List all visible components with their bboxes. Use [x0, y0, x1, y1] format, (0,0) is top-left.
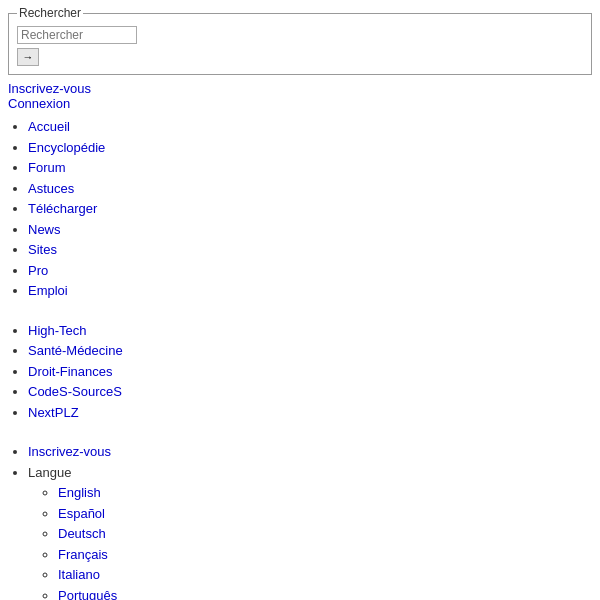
main-nav: Accueil Encyclopédie Forum Astuces Téléc… [8, 117, 592, 301]
top-links: Inscrivez-vous Connexion [8, 81, 592, 111]
search-button-top[interactable]: → [17, 48, 39, 66]
list-item: Italiano [58, 565, 592, 585]
nav-droit[interactable]: Droit-Finances [28, 364, 113, 379]
nav-astuces[interactable]: Astuces [28, 181, 74, 196]
lang-english[interactable]: English [58, 485, 101, 500]
list-item: Encyclopédie [28, 138, 592, 158]
lang-espanol[interactable]: Español [58, 506, 105, 521]
list-item: Sites [28, 240, 592, 260]
inscrivez-vous-link-top[interactable]: Inscrivez-vous [8, 81, 91, 96]
langue-item: Langue English Español Deutsch Français … [28, 463, 592, 601]
lang-deutsch[interactable]: Deutsch [58, 526, 106, 541]
nav-pro[interactable]: Pro [28, 263, 48, 278]
list-item: Deutsch [58, 524, 592, 544]
nav-nextplz[interactable]: NextPLZ [28, 405, 79, 420]
main-nav-list: Accueil Encyclopédie Forum Astuces Téléc… [8, 117, 592, 301]
list-item: Pro [28, 261, 592, 281]
nav-codes[interactable]: CodeS-SourceS [28, 384, 122, 399]
list-item: Télécharger [28, 199, 592, 219]
list-item: Accueil [28, 117, 592, 137]
list-item: CodeS-SourceS [28, 382, 592, 402]
nav-forum[interactable]: Forum [28, 160, 66, 175]
search-fieldset-top: Rechercher → [8, 6, 592, 75]
nav-news[interactable]: News [28, 222, 61, 237]
lang-italiano[interactable]: Italiano [58, 567, 100, 582]
nav-hightech[interactable]: High-Tech [28, 323, 87, 338]
user-nav-list: Inscrivez-vous Langue English Español De… [8, 442, 592, 600]
categories-nav: High-Tech Santé-Médecine Droit-Finances … [8, 321, 592, 423]
list-item: Forum [28, 158, 592, 178]
langue-label: Langue [28, 465, 71, 480]
list-item: Astuces [28, 179, 592, 199]
list-item: Inscrivez-vous [28, 442, 592, 462]
nav-sites[interactable]: Sites [28, 242, 57, 257]
language-list: English Español Deutsch Français Italian… [28, 483, 592, 600]
list-item: Santé-Médecine [28, 341, 592, 361]
list-item: Emploi [28, 281, 592, 301]
list-item: High-Tech [28, 321, 592, 341]
search-legend-top: Rechercher [17, 6, 83, 20]
list-item: Português [58, 586, 592, 601]
categories-nav-list: High-Tech Santé-Médecine Droit-Finances … [8, 321, 592, 423]
connexion-link-top[interactable]: Connexion [8, 96, 70, 111]
lang-francais[interactable]: Français [58, 547, 108, 562]
list-item: English [58, 483, 592, 503]
nav-telecharger[interactable]: Télécharger [28, 201, 97, 216]
list-item: NextPLZ [28, 403, 592, 423]
user-nav: Inscrivez-vous Langue English Español De… [8, 442, 592, 600]
nav-sante[interactable]: Santé-Médecine [28, 343, 123, 358]
lang-portugues[interactable]: Português [58, 588, 117, 601]
list-item: Droit-Finances [28, 362, 592, 382]
list-item: News [28, 220, 592, 240]
nav-accueil[interactable]: Accueil [28, 119, 70, 134]
search-input-top[interactable] [17, 26, 137, 44]
inscrivez-vous-link[interactable]: Inscrivez-vous [28, 444, 111, 459]
nav-encyclopedie[interactable]: Encyclopédie [28, 140, 105, 155]
list-item: Français [58, 545, 592, 565]
list-item: Español [58, 504, 592, 524]
nav-emploi[interactable]: Emploi [28, 283, 68, 298]
